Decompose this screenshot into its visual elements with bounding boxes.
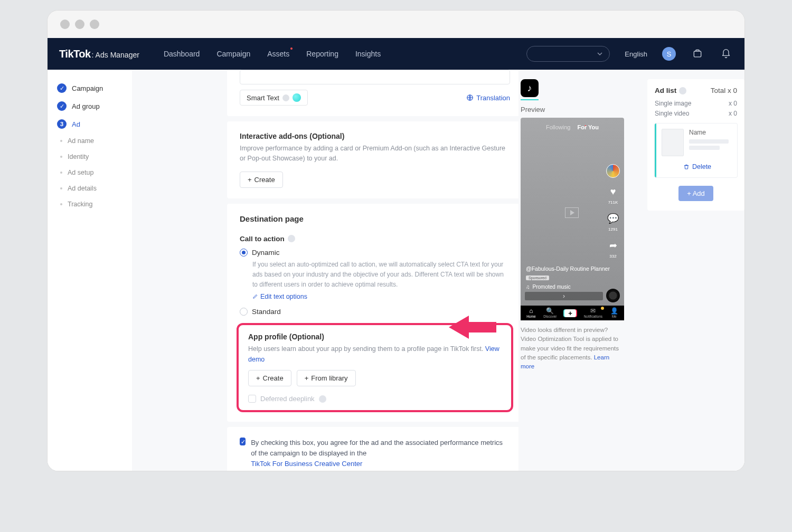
check-icon xyxy=(57,101,67,111)
agreement-checkbox[interactable] xyxy=(240,438,246,445)
deferred-deeplink-checkbox[interactable]: Deferred deeplink xyxy=(248,395,502,403)
translation-link[interactable]: Translation xyxy=(466,94,510,102)
comment-count: 1291 xyxy=(608,227,618,232)
like-count: 711K xyxy=(608,200,618,205)
nav-reporting[interactable]: Reporting xyxy=(306,50,338,58)
globe-icon xyxy=(466,94,474,101)
help-icon xyxy=(679,87,686,94)
cta-dynamic-desc: If you select an auto-optimized call to … xyxy=(252,260,510,290)
adlist-title: Ad list xyxy=(655,87,686,94)
sidebar: Campaign Ad group 3 Ad Ad name Identity … xyxy=(48,70,132,471)
adlist-item[interactable]: Name Delete xyxy=(655,124,737,177)
sidebar-sub-tracking[interactable]: Tracking xyxy=(48,196,132,212)
music-note-icon: ♫ xyxy=(526,284,530,290)
addons-title: Interactive add-ons (Optional) xyxy=(240,132,510,140)
annotation-arrow-icon xyxy=(449,310,496,344)
svg-rect-0 xyxy=(694,51,701,57)
share-count: 332 xyxy=(609,254,616,259)
heart-icon: ♥ xyxy=(607,185,619,198)
sidebar-sub-adsetup[interactable]: Ad setup xyxy=(48,165,132,180)
tab-underline xyxy=(521,99,539,100)
ad-text-input[interactable] xyxy=(240,70,510,84)
creator-avatar-icon xyxy=(606,164,620,178)
trash-icon xyxy=(683,164,690,170)
plus-icon: + xyxy=(305,374,309,382)
inbox-icon: ✉ xyxy=(590,308,596,314)
add-ad-button[interactable]: + Add xyxy=(678,186,713,201)
nav-dashboard[interactable]: Dashboard xyxy=(164,50,200,58)
radio-unchecked-icon xyxy=(240,308,248,316)
home-icon: ⌂ xyxy=(529,308,533,314)
top-nav: TikTok: Ads Manager Dashboard Campaign A… xyxy=(48,38,744,70)
phone-nav-add: + xyxy=(564,309,576,317)
window-dot xyxy=(90,20,99,29)
window-dot xyxy=(60,20,70,29)
help-icon xyxy=(282,94,289,101)
search-icon: 🔍 xyxy=(546,308,554,314)
bell-icon[interactable] xyxy=(719,47,733,61)
cta-dynamic-radio[interactable]: Dynamic xyxy=(240,249,510,256)
adlist-thumbnail xyxy=(662,129,684,156)
phone-bottom-nav: ⌂Home 🔍Discover + ✉Notifications 👤Me xyxy=(521,306,624,320)
agreement-card: By checking this box, you agree for the … xyxy=(227,427,518,471)
inbox-icon[interactable] xyxy=(691,47,704,61)
chevron-down-icon xyxy=(597,51,603,57)
account-select[interactable] xyxy=(526,46,610,62)
nav-campaign[interactable]: Campaign xyxy=(216,50,250,58)
window-dot xyxy=(75,20,84,29)
preview-note: Video looks different in preview? Video … xyxy=(521,326,624,371)
phone-cta-bar xyxy=(525,292,603,300)
preview-label: Preview xyxy=(521,106,643,113)
sidebar-sub-addetails[interactable]: Ad details xyxy=(48,180,132,196)
tiktok-logo-icon: ♪ xyxy=(521,79,539,97)
edit-text-options-link[interactable]: Edit text options xyxy=(252,293,307,300)
phone-username: @Fabulous-Daily Routine Planner xyxy=(526,265,610,272)
phone-nav-home: ⌂Home xyxy=(526,308,535,318)
app-profile-create-button[interactable]: + Create xyxy=(248,370,291,386)
addons-card: Interactive add-ons (Optional) Improve p… xyxy=(227,121,518,198)
browser-chrome xyxy=(48,11,744,38)
ai-icon xyxy=(293,93,301,102)
phone-preview: • Following For You ♥ 711K 💬 1291 ➦ 332 xyxy=(521,118,624,306)
logo: TikTok: Ads Manager xyxy=(59,48,139,60)
app-profile-desc: Help users learn about your app by sendi… xyxy=(248,344,502,365)
sidebar-sub-adname[interactable]: Ad name xyxy=(48,133,132,149)
check-icon xyxy=(57,83,67,93)
addons-create-button[interactable]: + Create xyxy=(240,172,283,188)
smart-text-chip[interactable]: Smart Text xyxy=(240,90,308,106)
checkbox-unchecked-icon xyxy=(248,395,256,403)
phone-nav-discover: 🔍Discover xyxy=(543,308,557,318)
delete-ad-button[interactable]: Delete xyxy=(683,163,711,170)
nav-insights[interactable]: Insights xyxy=(355,50,381,58)
music-disc-icon xyxy=(606,289,620,302)
help-icon xyxy=(288,235,295,242)
addons-desc: Improve performance by adding a card or … xyxy=(240,144,510,164)
sidebar-step-adgroup[interactable]: Ad group xyxy=(48,97,132,115)
ad-text-card: Smart Text Translation xyxy=(227,70,518,116)
adlist-row-image: Single imagex 0 xyxy=(655,100,737,107)
user-icon: 👤 xyxy=(610,308,618,314)
creative-center-link[interactable]: TikTok For Business Creative Center xyxy=(251,460,362,468)
music-row: ♫ Promoted music xyxy=(526,284,571,290)
app-profile-library-button[interactable]: + From library xyxy=(297,370,356,386)
pencil-icon xyxy=(252,293,258,299)
phone-feed-tabs: • Following For You xyxy=(521,124,624,130)
skeleton-line xyxy=(689,146,720,150)
help-icon xyxy=(319,395,326,403)
phone-nav-inbox: ✉Notifications xyxy=(584,308,602,318)
ad-list-panel: Ad list Total x 0 Single imagex 0 Single… xyxy=(647,79,744,211)
sidebar-step-campaign[interactable]: Campaign xyxy=(48,79,132,97)
comment-icon: 💬 xyxy=(607,212,619,225)
video-placeholder-icon xyxy=(565,207,579,218)
user-avatar[interactable]: S xyxy=(662,47,676,61)
agreement-text: By checking this box, you agree for the … xyxy=(251,438,510,469)
radio-checked-icon xyxy=(240,249,248,256)
nav-assets[interactable]: Assets xyxy=(267,50,289,58)
adlist-total: Total x 0 xyxy=(711,87,737,94)
sponsored-badge: Sponsored xyxy=(526,276,549,280)
sidebar-sub-identity[interactable]: Identity xyxy=(48,149,132,165)
sidebar-step-ad[interactable]: 3 Ad xyxy=(48,115,132,133)
language-label[interactable]: English xyxy=(625,50,647,58)
step-number: 3 xyxy=(57,119,67,129)
adlist-row-video: Single videox 0 xyxy=(655,110,737,117)
